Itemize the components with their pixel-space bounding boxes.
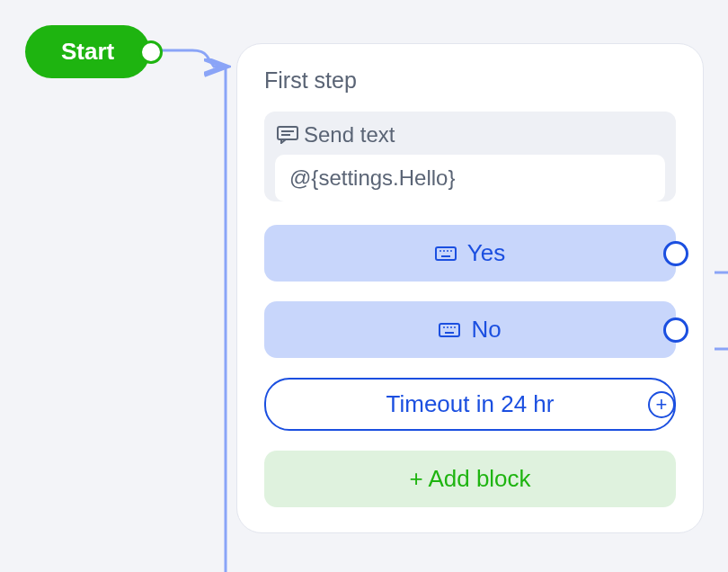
add-block-label: + Add block xyxy=(409,465,530,493)
send-text-header-label: Send text xyxy=(304,122,395,147)
keyboard-icon xyxy=(435,246,457,261)
keyboard-icon xyxy=(439,323,460,337)
send-text-header: Send text xyxy=(275,119,665,155)
chat-icon xyxy=(277,126,298,144)
timeout-button[interactable]: Timeout in 24 hr + xyxy=(264,378,676,431)
svg-rect-9 xyxy=(439,324,459,336)
start-label: Start xyxy=(61,38,114,66)
choice-label: No xyxy=(471,316,501,344)
svg-rect-3 xyxy=(436,247,456,260)
timeout-label: Timeout in 24 hr xyxy=(386,390,555,418)
choice-yes-button[interactable]: Yes xyxy=(264,225,676,282)
choice-yes-port[interactable] xyxy=(663,241,688,266)
svg-rect-0 xyxy=(278,127,297,139)
plus-icon: + xyxy=(656,395,668,415)
send-text-block[interactable]: Send text @{settings.Hello} xyxy=(264,112,676,201)
start-output-port[interactable] xyxy=(139,40,163,64)
timeout-add-port[interactable]: + xyxy=(648,391,675,418)
choice-label: Yes xyxy=(467,239,505,267)
choice-no-port[interactable] xyxy=(663,317,688,343)
send-text-body[interactable]: @{settings.Hello} xyxy=(275,155,665,201)
add-block-button[interactable]: + Add block xyxy=(264,451,676,507)
start-node[interactable]: Start xyxy=(25,25,150,78)
choice-no-button[interactable]: No xyxy=(264,301,676,358)
step-card[interactable]: First step Send text @{settings.Hello} Y… xyxy=(236,43,704,533)
step-title: First step xyxy=(264,67,676,94)
